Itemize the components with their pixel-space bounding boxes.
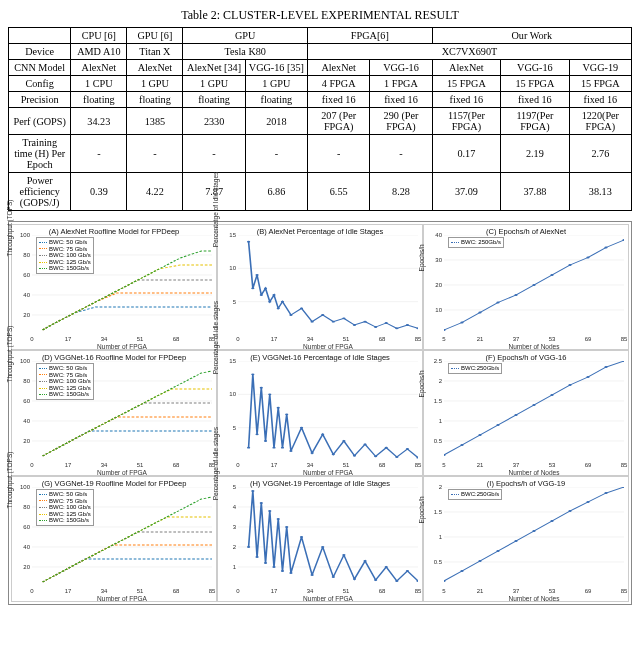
chart-I: (I) Epochs/h of VGG-190.511.52Epochs/h52… (423, 476, 629, 602)
chart-D: (D) VGGNet-16 Roofline Model for FPDeep2… (11, 350, 217, 476)
svg-point-58 (268, 393, 271, 395)
cell: 290 (Per FPGA) (370, 108, 432, 135)
cell: fixed 16 (308, 92, 370, 108)
cell: fixed 16 (501, 92, 570, 108)
col-gpu-single: GPU [6] (127, 28, 183, 44)
svg-point-102 (247, 546, 250, 548)
col-ourwork-span: Our Work (432, 28, 631, 44)
svg-point-65 (310, 452, 313, 454)
svg-point-24 (363, 321, 366, 323)
svg-point-53 (247, 447, 250, 449)
svg-point-83 (478, 434, 481, 436)
svg-point-35 (460, 322, 463, 324)
col-fpga-span: FPGA[6] (308, 28, 433, 44)
row-power-eff: Power efficiency (GOPS/J) 0.394.227.876.… (9, 173, 632, 211)
svg-point-37 (496, 302, 499, 304)
svg-point-62 (285, 413, 288, 415)
chart-legend: BWC: 50 Gb/sBWC: 75 Gb/sBWC: 100 Gb/sBWC… (36, 237, 94, 274)
svg-point-59 (272, 447, 275, 449)
svg-point-121 (385, 566, 388, 568)
cell: Titan X (127, 44, 183, 60)
cell: - (370, 135, 432, 173)
cell: VGG-16 (501, 60, 570, 76)
svg-point-17 (289, 314, 292, 316)
svg-point-11 (260, 294, 263, 296)
svg-point-117 (342, 554, 345, 556)
cell: 1 CPU (71, 76, 127, 92)
cell: Tesla K80 (183, 44, 308, 60)
svg-point-36 (478, 312, 481, 314)
svg-point-57 (264, 440, 267, 442)
cell: VGG-16 (370, 60, 432, 76)
svg-point-63 (289, 450, 292, 452)
svg-point-135 (550, 520, 553, 522)
cell: 2.76 (569, 135, 631, 173)
svg-point-110 (281, 570, 284, 572)
cell: 37.88 (501, 173, 570, 211)
chart-G: (G) VGGNet-19 Roofline Model for FPDeep2… (11, 476, 217, 602)
cell: AlexNet (308, 60, 370, 76)
cell: 1385 (127, 108, 183, 135)
chart-legend: BWC: 250Gb/s (448, 237, 504, 248)
svg-point-14 (272, 294, 275, 296)
cell: 34.23 (71, 108, 127, 135)
svg-point-136 (568, 510, 571, 512)
svg-point-61 (281, 447, 284, 449)
svg-point-118 (353, 578, 356, 580)
row-label: Device (9, 44, 71, 60)
row-label: CNN Model (9, 60, 71, 76)
svg-point-28 (406, 324, 409, 326)
svg-point-8 (247, 241, 250, 243)
chart-E: (E) VGGNet-16 Percentage of Idle Stages5… (217, 350, 423, 476)
svg-point-42 (586, 257, 589, 259)
svg-point-138 (604, 492, 607, 494)
cell: 1 FPGA (370, 76, 432, 92)
svg-point-10 (255, 274, 258, 276)
col-gpu-span: GPU (183, 28, 308, 44)
cell: AlexNet (432, 60, 501, 76)
results-table: CPU [6] GPU [6] GPU FPGA[6] Our Work Dev… (8, 27, 632, 211)
row-training-time: Training time (H) Per Epoch ------0.172.… (9, 135, 632, 173)
cell: 1157(Per FPGA) (432, 108, 501, 135)
row-config: Config 1 CPU1 GPU1 GPU1 GPU4 FPGA1 FPGA1… (9, 76, 632, 92)
cell: VGG-16 [35] (245, 60, 307, 76)
svg-point-54 (251, 373, 254, 375)
cell: - (308, 135, 370, 173)
svg-point-90 (604, 366, 607, 368)
cell: fixed 16 (370, 92, 432, 108)
svg-point-132 (496, 550, 499, 552)
chart-B: (B) AlexNet Percentage of Idle Stages510… (217, 224, 423, 350)
svg-point-113 (300, 536, 303, 538)
svg-point-71 (374, 455, 377, 457)
svg-point-22 (342, 317, 345, 319)
svg-point-9 (251, 287, 254, 289)
cell: 207 (Per FPGA) (308, 108, 370, 135)
svg-point-106 (264, 562, 267, 564)
col-cpu: CPU [6] (71, 28, 127, 44)
svg-point-109 (277, 518, 280, 520)
svg-point-119 (363, 560, 366, 562)
svg-point-88 (568, 384, 571, 386)
svg-point-103 (251, 490, 254, 492)
svg-point-134 (532, 530, 535, 532)
svg-point-20 (321, 314, 324, 316)
cell: 4.22 (127, 173, 183, 211)
cell: 15 FPGA (569, 76, 631, 92)
cell: - (183, 135, 245, 173)
svg-point-38 (514, 294, 517, 296)
chart-A: (A) AlexNet Roofline Model for FPDeep204… (11, 224, 217, 350)
cell: 1197(Per FPGA) (501, 108, 570, 135)
cell: AlexNet [34] (183, 60, 245, 76)
chart-legend: BWC: 50 Gb/sBWC: 75 Gb/sBWC: 100 Gb/sBWC… (36, 363, 94, 400)
svg-point-89 (586, 376, 589, 378)
svg-point-25 (374, 326, 377, 328)
cell: 1 GPU (245, 76, 307, 92)
cell: 8.28 (370, 173, 432, 211)
svg-point-15 (277, 307, 280, 309)
svg-point-70 (363, 443, 366, 445)
row-label: Precision (9, 92, 71, 108)
svg-point-116 (332, 576, 335, 578)
svg-point-39 (532, 284, 535, 286)
charts-grid: (A) AlexNet Roofline Model for FPDeep204… (8, 221, 632, 605)
cell: 2.19 (501, 135, 570, 173)
